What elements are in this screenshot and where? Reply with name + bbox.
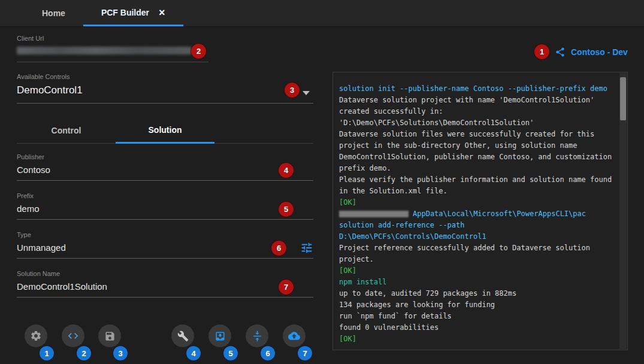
annotation-badge-5: 5 — [279, 202, 294, 217]
available-controls-select[interactable]: DemoControl1 — [17, 84, 313, 104]
build-button[interactable]: 4 — [171, 324, 194, 347]
package-button[interactable]: 5 — [208, 324, 231, 347]
publisher-field: Publisher Contoso 4 — [17, 153, 313, 181]
tab-home[interactable]: Home — [24, 0, 83, 26]
type-label: Type — [17, 231, 313, 238]
save-button[interactable]: 3 — [98, 324, 121, 347]
console-line: Please verify the publisher information … — [339, 174, 614, 186]
annotation-badge-blue-7: 7 — [298, 346, 312, 360]
tune-sliders-icon[interactable] — [300, 241, 313, 254]
console-line-npm: npm install — [339, 277, 614, 288]
annotation-badge-2: 2 — [191, 44, 206, 59]
action-buttons-row: 1 2 3 4 5 — [17, 324, 313, 363]
connection-name[interactable]: Contoso - Dev — [571, 47, 628, 57]
console-line: Dataverse solution project with name 'De… — [339, 95, 614, 106]
console-line: up to date, audited 729 packages in 882m… — [339, 288, 614, 299]
tab-pcf-builder[interactable]: PCF Builder × — [83, 0, 183, 26]
console-line: prefix demo. — [339, 163, 614, 174]
console-line: found 0 vulnerabilities — [339, 322, 614, 333]
annotation-badge-blue-6: 6 — [261, 346, 275, 360]
console-line: project in the sub-directory Other, usin… — [339, 140, 614, 151]
environment-connection: 1 Contoso - Dev — [534, 44, 628, 59]
console-line-ok: [OK] — [339, 197, 614, 208]
align-version-button[interactable]: 6 — [246, 324, 268, 347]
annotation-badge-6: 6 — [271, 241, 286, 256]
tab-solution[interactable]: Solution — [116, 117, 214, 144]
client-url-label: Client Url — [17, 35, 208, 42]
console-line: AppData\Local\Microsoft\PowerAppsCLI\pac — [339, 208, 614, 220]
client-url-input[interactable] — [17, 46, 208, 62]
console-line: in the Solution.xml file. — [339, 186, 614, 197]
console-line-ok: [OK] — [339, 265, 614, 277]
publisher-label: Publisher — [17, 153, 313, 160]
console-line: solution add-reference --path — [339, 220, 614, 231]
solution-name-label: Solution Name — [17, 270, 313, 277]
annotation-badge-blue-3: 3 — [113, 346, 128, 360]
package-inbox-down-icon — [214, 330, 226, 342]
prefix-field: Prefix demo 5 — [17, 192, 313, 220]
redacted-path — [339, 211, 409, 217]
console-output: AppData\Local\Microsoft\PowerAppsCLI\pac… — [332, 72, 628, 350]
client-url-value-redacted — [17, 47, 192, 54]
console-line-cropped: AppData\Local\Microsoft\PowerAppsCLI\pac — [339, 76, 614, 83]
save-floppy-icon — [104, 330, 116, 342]
console-line: Dataverse solution files were successful… — [339, 129, 614, 140]
prefix-input[interactable]: demo — [17, 204, 313, 220]
annotation-badge-blue-5: 5 — [223, 346, 238, 360]
annotation-badge-blue-1: 1 — [40, 346, 54, 360]
console-line: Project reference successfully added to … — [339, 242, 614, 254]
code-button[interactable]: 2 — [62, 324, 84, 347]
type-field: Type Unmanaged 6 — [17, 231, 313, 259]
gear-settings-icon — [30, 330, 42, 342]
connection-branch-icon — [555, 47, 566, 57]
console-line: DemoControl1Solution, publisher name Con… — [339, 151, 614, 163]
annotation-badge-1: 1 — [534, 44, 549, 59]
annotation-badge-7: 7 — [279, 280, 294, 295]
client-url-field: Client Url 2 — [17, 35, 208, 62]
annotation-badge-3: 3 — [285, 83, 300, 98]
console-scrollbar[interactable] — [619, 73, 627, 349]
build-wrench-icon — [177, 330, 189, 342]
console-line: created successfully in: — [339, 106, 614, 117]
tab-control-label: Control — [52, 126, 81, 135]
console-line: D:\Demo\PCFs\Controls\DemoControl1 — [339, 231, 614, 242]
chevron-down-icon[interactable] — [303, 91, 310, 95]
deploy-button[interactable]: 7 — [283, 324, 306, 347]
publisher-input[interactable]: Contoso — [17, 165, 313, 181]
available-controls-label: Available Controls — [17, 73, 313, 80]
annotation-badge-blue-4: 4 — [186, 346, 201, 360]
solution-name-input[interactable]: DemoControl1Solution — [17, 281, 313, 298]
tab-solution-label: Solution — [149, 125, 182, 135]
builder-form-panel: Client Url 2 Available Controls DemoCont… — [17, 30, 313, 360]
cloud-upload-icon — [288, 330, 300, 342]
console-line: project. — [339, 254, 614, 265]
settings-button[interactable]: 1 — [25, 324, 47, 347]
console-line: run `npm fund` for details — [339, 311, 614, 322]
prefix-label: Prefix — [17, 192, 313, 199]
scrollbar-thumb[interactable] — [620, 77, 626, 120]
solution-name-field: Solution Name DemoControl1Solution 7 — [17, 270, 313, 298]
vertical-align-center-icon — [252, 330, 263, 342]
close-tab-icon[interactable]: × — [159, 7, 165, 18]
console-line: solution init --publisher-name Contoso -… — [339, 83, 614, 95]
tab-pcf-builder-label: PCF Builder — [101, 8, 149, 17]
tab-control[interactable]: Control — [17, 117, 116, 143]
control-solution-tabs: Control Solution — [17, 117, 313, 144]
annotation-badge-blue-2: 2 — [77, 346, 91, 360]
code-brackets-icon — [67, 330, 79, 342]
annotation-badge-4: 4 — [279, 163, 294, 178]
available-controls-field: Available Controls DemoControl1 3 — [17, 73, 313, 104]
tab-home-label: Home — [42, 8, 65, 18]
console-line: 134 packages are looking for funding — [339, 299, 614, 311]
type-input[interactable]: Unmanaged — [17, 242, 313, 259]
console-line-ok: [OK] — [339, 333, 614, 345]
console-line: 'D:\Demo\PCFs\Solutions\DemoControl1Solu… — [339, 117, 614, 129]
top-tab-bar: Home PCF Builder × — [0, 0, 644, 27]
